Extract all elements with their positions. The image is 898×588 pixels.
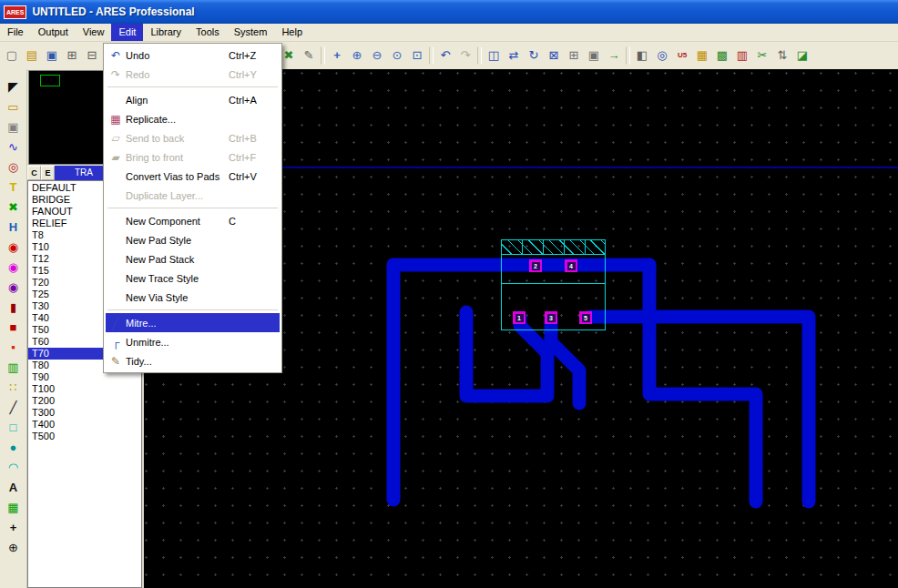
footprint-divider xyxy=(502,283,605,284)
footprint-hatch xyxy=(502,240,605,255)
block-delete-icon[interactable]: ⊠ xyxy=(544,46,564,66)
trace-pad3-stub[interactable] xyxy=(551,319,579,403)
menu-item-unmitre[interactable]: ┌ Unmitre... xyxy=(106,332,280,351)
trace-right-step[interactable] xyxy=(649,265,756,502)
zoom-area-icon[interactable]: ⊡ xyxy=(407,46,427,66)
dil-pad-icon[interactable]: ◉ xyxy=(4,277,24,297)
component-pad[interactable]: 2 xyxy=(529,259,542,272)
layer-pairs-icon[interactable]: ◧ xyxy=(632,46,652,66)
package-tool-icon[interactable]: ▣ xyxy=(4,117,24,137)
save-layout-icon[interactable]: ▣ xyxy=(42,46,62,66)
origin-tool-icon[interactable]: ⊕ xyxy=(4,537,24,557)
zoom-all-icon[interactable]: ⊙ xyxy=(387,46,407,66)
component-pad[interactable]: 3 xyxy=(545,311,557,324)
menu-item-new-via-style[interactable]: New Via Style xyxy=(106,288,280,307)
design-rule-icon[interactable]: ▥ xyxy=(732,46,752,66)
menu-item-replicate[interactable]: ▦ Replicate... xyxy=(106,109,280,128)
open-layout-icon[interactable]: ▤ xyxy=(22,46,42,66)
round-pad-icon[interactable]: ◉ xyxy=(4,237,24,257)
overview-viewport xyxy=(40,75,60,86)
trace-tool-icon[interactable]: ∿ xyxy=(4,137,24,157)
component-pad[interactable]: 5 xyxy=(579,311,592,324)
smt-pad-c-icon[interactable]: ▪ xyxy=(4,337,24,357)
square-pad-icon[interactable]: ◉ xyxy=(4,257,24,277)
menubar-help[interactable]: Help xyxy=(274,24,310,41)
tidy-tracks-icon[interactable]: ⇅ xyxy=(772,46,792,66)
block-copy-icon[interactable]: ◫ xyxy=(484,46,504,66)
edge-connector-icon[interactable]: ▥ xyxy=(4,357,24,377)
make-package-icon[interactable]: ▣ xyxy=(584,46,604,66)
box-tool-icon[interactable]: □ xyxy=(4,417,24,437)
redo-icon[interactable]: ↷ xyxy=(455,46,475,66)
menu-item-undo[interactable]: ↶ Undo Ctrl+Z xyxy=(106,46,280,65)
block-rotate-icon[interactable]: ↻ xyxy=(524,46,544,66)
style-list-item[interactable]: T300 xyxy=(28,407,141,419)
menubar-tools[interactable]: Tools xyxy=(189,24,227,41)
selection-tool-icon[interactable]: ◤ xyxy=(4,76,24,96)
style-list-item[interactable]: T400 xyxy=(28,419,141,431)
menu-separator xyxy=(107,309,278,310)
menu-item-new-pad-stack[interactable]: New Pad Stack xyxy=(106,249,280,269)
circle-tool-icon[interactable]: ● xyxy=(4,437,24,457)
component-pad[interactable]: 4 xyxy=(565,259,577,272)
component-pad[interactable]: 1 xyxy=(513,311,526,324)
marker-tool-icon[interactable]: + xyxy=(4,517,24,537)
style-list-item[interactable]: T500 xyxy=(28,431,141,442)
menu-item-mitre[interactable]: ╱ Mitre... xyxy=(106,313,280,332)
selector-e-button[interactable]: E xyxy=(41,166,55,180)
cut-tracks-icon[interactable]: ✂ xyxy=(752,46,772,66)
menubar-system[interactable]: System xyxy=(227,24,275,41)
style-list-item[interactable]: T200 xyxy=(28,395,141,407)
zoom-out-icon[interactable]: ⊖ xyxy=(367,46,387,66)
menu-item-duplicate-layer[interactable]: Duplicate Layer... xyxy=(106,186,280,205)
smt-pad-b-icon[interactable]: ■ xyxy=(4,317,24,337)
menu-item-bring-to-front[interactable]: ▰ Bring to front Ctrl+F xyxy=(106,147,280,167)
menu-item-align[interactable]: Align Ctrl+A xyxy=(106,90,280,109)
undo-icon[interactable]: ↶ xyxy=(435,46,455,66)
via-tool-icon[interactable]: ◎ xyxy=(4,157,24,177)
snap-icon[interactable]: ✎ xyxy=(299,46,319,66)
arc-tool-icon[interactable]: ◠ xyxy=(4,457,24,477)
menubar-library[interactable]: Library xyxy=(143,24,189,41)
export-region-icon[interactable]: ⊟ xyxy=(82,46,102,66)
zoom-in-icon[interactable]: ⊕ xyxy=(347,46,367,66)
pad-stack-icon[interactable]: ∷ xyxy=(4,377,24,397)
ratsnest-tool-icon[interactable]: ✖ xyxy=(4,197,24,217)
menu-item-new-component[interactable]: New Component C xyxy=(106,211,280,230)
smt-pad-a-icon[interactable]: ▮ xyxy=(4,297,24,317)
menu-separator xyxy=(107,86,278,87)
menu-item-redo[interactable]: ↷ Redo Ctrl+Y xyxy=(106,65,280,84)
menu-item-new-trace-style[interactable]: New Trace Style xyxy=(106,269,280,288)
ratsnest-icon[interactable]: ▦ xyxy=(692,46,712,66)
pad-tool-icon[interactable]: T xyxy=(4,177,24,197)
edit-menu: ↶ Undo Ctrl+Z ↷ Redo Ctrl+Y Align Ctrl+A… xyxy=(103,43,282,373)
line-tool-icon[interactable]: ╱ xyxy=(4,397,24,417)
pick-parts-icon[interactable]: ⊞ xyxy=(564,46,584,66)
menu-item-convert-vias-to-pads[interactable]: Convert Vias to Pads Ctrl+V xyxy=(106,167,280,186)
import-region-icon[interactable]: ⊞ xyxy=(62,46,82,66)
text-tool-icon[interactable]: A xyxy=(4,477,24,497)
menu-item-tidy[interactable]: ✎ Tidy... xyxy=(106,351,280,370)
selector-c-button[interactable]: C xyxy=(27,166,41,180)
strategy-icon[interactable]: ▩ xyxy=(712,46,732,66)
menubar: File Output View Edit Library Tools Syst… xyxy=(0,24,898,42)
search-tag-icon[interactable]: ◎ xyxy=(652,46,672,66)
menubar-output[interactable]: Output xyxy=(31,24,76,41)
tag-route-icon[interactable]: → xyxy=(604,46,624,66)
menubar-edit[interactable]: Edit xyxy=(111,24,143,41)
auto-name-icon[interactable]: U5 xyxy=(672,46,692,66)
connectivity-tool-icon[interactable]: H xyxy=(4,217,24,237)
menu-item-new-pad-style[interactable]: New Pad Style xyxy=(106,230,280,249)
titlebar[interactable]: ARES UNTITLED - ARES Professional xyxy=(0,0,898,24)
pan-icon[interactable]: + xyxy=(327,46,347,66)
style-list-item[interactable]: T100 xyxy=(28,383,141,395)
symbol-tool-icon[interactable]: ▦ xyxy=(4,497,24,517)
menubar-view[interactable]: View xyxy=(76,24,112,41)
connectivity-icon[interactable]: ◪ xyxy=(792,46,812,66)
menubar-file[interactable]: File xyxy=(0,24,31,41)
new-layout-icon[interactable]: ▢ xyxy=(2,46,22,66)
trace-pad5-run[interactable] xyxy=(590,317,809,502)
block-move-icon[interactable]: ⇄ xyxy=(504,46,524,66)
component-tool-icon[interactable]: ▭ xyxy=(4,96,24,117)
menu-item-send-to-back[interactable]: ▱ Send to back Ctrl+B xyxy=(106,128,280,147)
